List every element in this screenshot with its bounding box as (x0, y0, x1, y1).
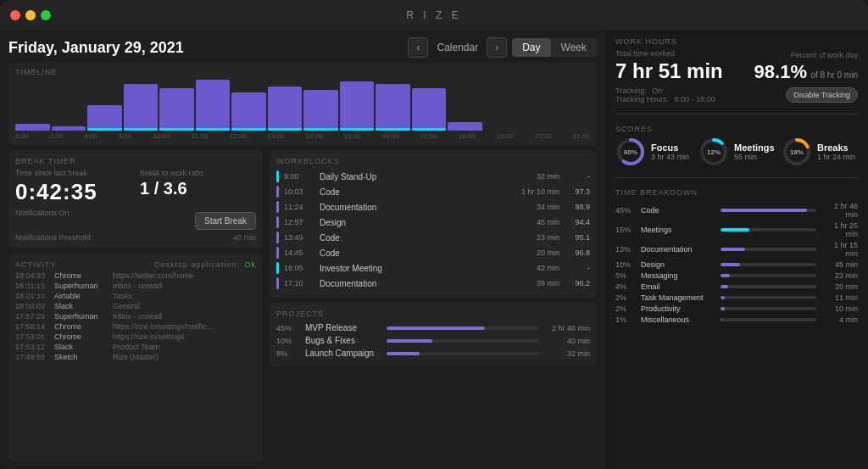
wb-name: Code (320, 248, 504, 258)
traffic-lights (10, 10, 51, 20)
wb-duration: 45 min (509, 218, 559, 226)
work-hours-section: WORK HOURS Total time worked 7 hr 51 min… (615, 37, 858, 103)
right-panel: WORK HOURS Total time worked 7 hr 51 min… (605, 31, 868, 469)
activity-detail: General (113, 302, 256, 310)
wb-name: Investor Meeting (320, 264, 504, 273)
projects-label: PROJECTS (276, 310, 590, 318)
activity-app: Sketch (54, 353, 109, 361)
timeline-hour-label: 8:00 (84, 132, 97, 140)
workblocks-card: WORKBLOCKS 9:00 Daily Stand-Up 32 min - … (270, 150, 597, 298)
timeline-bar (52, 126, 86, 131)
pct-row: 98.1% of 8 hr 0 min (754, 61, 858, 83)
left-col: BREAK TIMER Time since last break 0:42:3… (8, 150, 263, 462)
tracking-label: Tracking: (615, 87, 647, 95)
nav-next-button[interactable]: › (487, 37, 507, 58)
timeline-hour-label: 7:00 (50, 132, 64, 140)
app-window: R I Z E Friday, January 29, 2021 ‹ Calen… (0, 0, 868, 469)
timeline-bar (448, 122, 482, 131)
tb-name: Productivity (641, 304, 717, 313)
maximize-button[interactable] (41, 10, 51, 20)
work-hours-label: WORK HOURS (615, 37, 858, 46)
time-since-label: Time since last break (15, 169, 131, 177)
right-col: WORKBLOCKS 9:00 Daily Stand-Up 32 min - … (270, 150, 597, 462)
tb-bar (721, 209, 807, 212)
timeline-bar (231, 92, 266, 131)
wb-indicator (276, 170, 279, 182)
disable-tracking-button[interactable]: Disable Tracking (786, 87, 858, 103)
close-button[interactable] (10, 10, 20, 20)
tracking-row: Tracking: On Tracking Hours: 8:00 - 18:0… (615, 87, 858, 103)
tb-pct: 4% (615, 282, 637, 291)
donut-label: 12% (707, 148, 721, 156)
tb-time: 20 min (820, 282, 858, 291)
notif-value: On (59, 209, 70, 230)
wh-row: Total time worked 7 hr 51 min Percent of… (615, 49, 858, 83)
timeline-label: TIMELINE (15, 68, 590, 76)
week-view-button[interactable]: Week (551, 38, 597, 57)
timeline-bar (340, 81, 375, 131)
wb-time: 9:00 (284, 172, 314, 181)
nav-controls: ‹ Calendar › Day Week (408, 37, 597, 58)
desktop-status: Desktop application: Ok (154, 260, 256, 269)
timeline-section: TIMELINE 6:007:008:009:0010:0011:0012:00… (8, 63, 597, 145)
wb-duration: 42 min (509, 264, 559, 272)
wb-time: 14:45 (284, 248, 314, 257)
wb-name: Documentation (320, 203, 504, 212)
activity-time: 17:53:12 (15, 343, 51, 351)
activity-app: Chrome (54, 271, 109, 280)
tb-name: Task Management (641, 293, 717, 302)
tb-time: 1 hr 15 min (820, 241, 858, 258)
pct-value: 98.1% (754, 61, 807, 82)
tb-bar (721, 307, 725, 310)
activity-row: 18:04:33 Chrome https://twitter.com/home (15, 271, 256, 281)
tb-time: 2 hr 46 min (820, 202, 858, 219)
wb-duration: 39 min (509, 279, 559, 288)
time-breakdown-row: 2% Task Management 11 min (615, 292, 858, 303)
activity-row: 18:01:10 Airtable Tasks (15, 291, 256, 301)
break-timer-label: BREAK TIMER (15, 157, 256, 165)
project-row: 10% Bugs & Fixes 40 min (276, 334, 590, 347)
timeline-hour-label: 21:00 (573, 132, 590, 140)
tb-pct: 45% (615, 206, 637, 215)
tb-pct: 2% (615, 293, 637, 302)
activity-row: 17:53:01 Chrome https://rize.io/settings (15, 332, 256, 342)
activity-time: 17:56:14 (15, 322, 51, 331)
timeline-bar (268, 87, 303, 131)
time-breakdown-row: 45% Code 2 hr 46 min (615, 200, 858, 220)
timeline-hour-label: 11:00 (191, 132, 208, 140)
tb-bar (721, 274, 730, 277)
day-view-button[interactable]: Day (512, 38, 550, 57)
tb-name: Design (641, 260, 717, 269)
tb-name: Messaging (641, 271, 717, 280)
date-title: Friday, January 29, 2021 (8, 39, 184, 57)
activity-row: 17:49:58 Sketch Rize (Master) (15, 352, 256, 362)
start-break-button[interactable]: Start Break (195, 212, 256, 230)
activity-time: 17:57:29 (15, 312, 51, 321)
tb-pct: 1% (615, 315, 637, 324)
nav-prev-button[interactable]: ‹ (408, 37, 428, 58)
time-breakdown-row: 13% Documentation 1 hr 15 min (615, 239, 858, 259)
notif-row: Notifications: On Start Break (15, 209, 256, 230)
project-bar-wrap (387, 352, 538, 355)
tb-bar-wrap (721, 307, 816, 310)
donut-chart: 12% (698, 137, 729, 167)
activity-app: Chrome (54, 322, 109, 331)
tb-bar-wrap (721, 274, 816, 277)
tracking-hours: Tracking Hours: 8:00 - 18:00 (615, 95, 715, 103)
minimize-button[interactable] (25, 10, 36, 20)
timer-value: 0:42:35 (15, 179, 131, 205)
threshold-label: Notifications threshold: (15, 233, 92, 242)
activity-app: Superhuman (54, 282, 109, 290)
workblock-row: 11:24 Documentation 34 min 88.9 (276, 199, 590, 215)
time-breakdown-label: TIME BREAKDOWN (615, 188, 858, 197)
activity-time: 18:01:15 (15, 282, 51, 290)
wb-duration: 23 min (509, 233, 559, 242)
wb-duration: 1 hr 10 min (509, 187, 559, 196)
workblock-row: 17:10 Documentation 39 min 96.2 (276, 276, 590, 291)
tb-bar (721, 318, 722, 321)
timeline-bar (303, 90, 338, 131)
wb-duration: 20 min (509, 248, 559, 257)
time-breakdown-row: 2% Productivity 10 min (615, 303, 858, 314)
tb-bar (721, 248, 745, 251)
activity-time: 18:04:33 (15, 271, 51, 280)
